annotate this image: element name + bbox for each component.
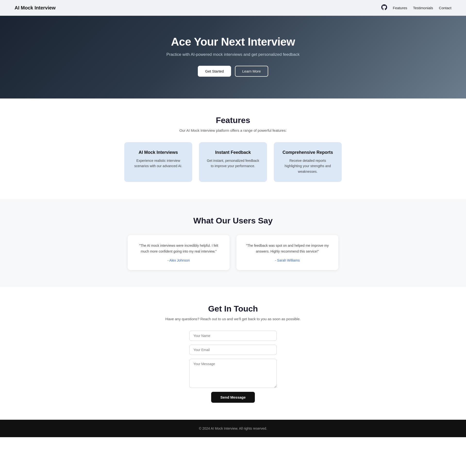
name-input[interactable] — [189, 331, 277, 341]
testimonial-text-0: "The AI mock interviews were incredibly … — [135, 243, 222, 254]
contact-form: Send Message — [189, 331, 277, 403]
contact-subtitle: Have any questions? Reach out to us and … — [15, 317, 451, 321]
feature-card-0: AI Mock Interviews Experience realistic … — [124, 142, 192, 182]
hero-title: Ace Your Next Interview — [15, 35, 451, 48]
feature-card-title-2: Comprehensive Reports — [280, 150, 335, 155]
features-section: Features Our AI Mock Interview platform … — [0, 99, 466, 199]
nav-link-testimonials[interactable]: Testimonials — [413, 6, 433, 10]
feature-card-text-1: Get instant, personalized feedback to im… — [206, 158, 260, 169]
message-input[interactable] — [189, 359, 277, 388]
navbar: AI Mock Interview Features Testimonials … — [0, 0, 466, 16]
testimonial-author-0: - Alex Johnson — [135, 258, 222, 262]
testimonials-grid: "The AI mock interviews were incredibly … — [118, 235, 348, 270]
send-message-button[interactable]: Send Message — [211, 392, 255, 403]
feature-card-text-0: Experience realistic interview scenarios… — [131, 158, 186, 169]
testimonial-card-1: "The feedback was spot on and helped me … — [236, 235, 338, 270]
nav-link-features[interactable]: Features — [393, 6, 407, 10]
hero-subtitle: Practice with AI-powered mock interviews… — [15, 52, 451, 57]
features-subtitle: Our AI Mock Interview platform offers a … — [15, 128, 451, 133]
brand-title: AI Mock Interview — [15, 5, 56, 11]
testimonials-section: What Our Users Say "The AI mock intervie… — [0, 199, 466, 287]
feature-card-title-0: AI Mock Interviews — [131, 150, 186, 155]
feature-card-text-2: Receive detailed reports highlighting yo… — [280, 158, 335, 174]
testimonial-author-1: - Sarah Williams — [244, 258, 331, 262]
footer-text: © 2024 AI Mock Interview. All rights res… — [199, 427, 267, 431]
feature-card-title-1: Instant Feedback — [206, 150, 260, 155]
email-input[interactable] — [189, 345, 277, 355]
get-started-button[interactable]: Get Started — [198, 66, 231, 77]
testimonial-text-1: "The feedback was spot on and helped me … — [244, 243, 331, 254]
github-icon[interactable] — [381, 4, 387, 11]
contact-title: Get In Touch — [15, 304, 451, 313]
feature-card-1: Instant Feedback Get instant, personaliz… — [199, 142, 267, 182]
features-grid: AI Mock Interviews Experience realistic … — [112, 142, 354, 182]
testimonials-title: What Our Users Say — [15, 216, 451, 225]
nav-link-contact[interactable]: Contact — [439, 6, 451, 10]
footer: © 2024 AI Mock Interview. All rights res… — [0, 420, 466, 437]
contact-section: Get In Touch Have any questions? Reach o… — [0, 287, 466, 420]
navbar-right: Features Testimonials Contact — [381, 4, 451, 11]
hero-buttons: Get Started Learn More — [15, 66, 451, 77]
features-title: Features — [15, 115, 451, 125]
hero-section: Ace Your Next Interview Practice with AI… — [0, 16, 466, 99]
testimonial-card-0: "The AI mock interviews were incredibly … — [128, 235, 230, 270]
learn-more-button[interactable]: Learn More — [235, 66, 268, 77]
feature-card-2: Comprehensive Reports Receive detailed r… — [274, 142, 342, 182]
